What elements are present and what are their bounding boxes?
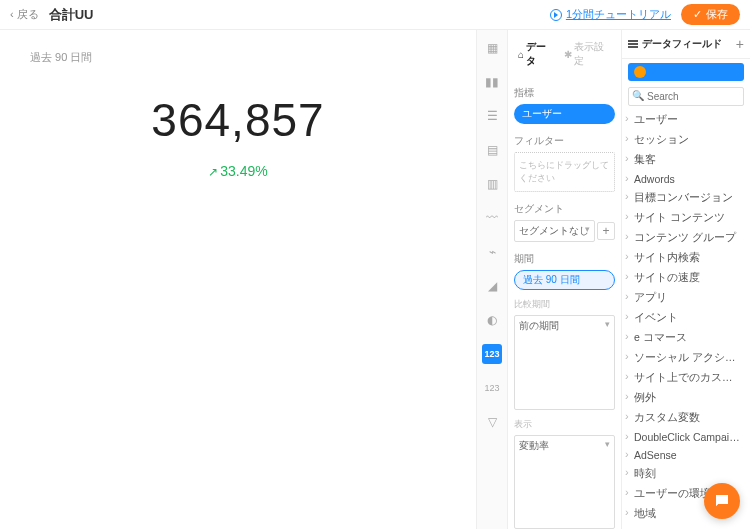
- metric-section-label: 指標: [514, 86, 615, 100]
- search-icon: 🔍: [632, 90, 644, 101]
- save-button[interactable]: ✓ 保存: [681, 4, 740, 25]
- tree-item[interactable]: 集客: [622, 150, 746, 170]
- tree-item[interactable]: AdSense: [622, 446, 746, 464]
- fields-header-label: データフィールド: [628, 37, 722, 51]
- number-dim-icon[interactable]: 123: [482, 378, 502, 398]
- tab-data[interactable]: ⌂ データ: [514, 36, 558, 72]
- period-label: 過去 90 日間: [30, 50, 446, 65]
- period-pill[interactable]: 過去 90 日間: [514, 270, 615, 290]
- chart-type-rail: ▦ ▮▮ ☰ ▤ ▥ 〰 ⌁ ◢ ◐ 123 123 ▽: [476, 30, 508, 529]
- hbars-icon[interactable]: ▤: [482, 140, 502, 160]
- tutorial-label: 1分間チュートリアル: [566, 7, 671, 22]
- tree-item[interactable]: 例外: [622, 388, 746, 408]
- home-icon: ⌂: [518, 49, 524, 60]
- tree-item[interactable]: DoubleClick Campaign ...: [622, 428, 746, 446]
- config-panel: ⌂ データ ✱ 表示設定 指標 ユーザー フィルター こちらにドラッグしてくださ…: [508, 30, 622, 529]
- bars3-icon[interactable]: ▥: [482, 174, 502, 194]
- spark-icon[interactable]: ⌁: [482, 242, 502, 262]
- tree-item[interactable]: コンテンツ グループ: [622, 228, 746, 248]
- filter-section-label: フィルター: [514, 134, 615, 148]
- metric-delta: ↗33.49%: [30, 163, 446, 179]
- tutorial-link[interactable]: 1分間チュートリアル: [550, 7, 671, 22]
- chat-button[interactable]: [704, 483, 740, 519]
- tree-item[interactable]: システム: [622, 524, 746, 529]
- funnel-icon[interactable]: ▽: [482, 412, 502, 432]
- tree-item[interactable]: ユーザー: [622, 110, 746, 130]
- search-input[interactable]: [628, 87, 744, 106]
- fields-panel: データフィールド + 🔍 ユーザーセッション集客Adwords目標コンバージョン…: [622, 30, 750, 529]
- segment-select[interactable]: セグメントなし: [514, 220, 595, 242]
- number-icon[interactable]: 123: [482, 344, 502, 364]
- fields-tree: ユーザーセッション集客Adwords目標コンバージョンサイト コンテンツコンテン…: [622, 110, 750, 529]
- tree-item[interactable]: 時刻: [622, 464, 746, 484]
- display-select[interactable]: 変動率: [514, 435, 615, 530]
- tree-item[interactable]: 目標コンバージョン: [622, 188, 746, 208]
- segment-section-label: セグメント: [514, 202, 615, 216]
- area-icon[interactable]: ◢: [482, 276, 502, 296]
- metric-pill[interactable]: ユーザー: [514, 104, 615, 124]
- filter-dropzone[interactable]: こちらにドラッグしてください: [514, 152, 615, 192]
- tree-item[interactable]: カスタム変数: [622, 408, 746, 428]
- tree-item[interactable]: サイト コンテンツ: [622, 208, 746, 228]
- add-field-button[interactable]: +: [736, 36, 744, 52]
- tree-item[interactable]: サイト上でのカスタム速度: [622, 368, 746, 388]
- tree-item[interactable]: アプリ: [622, 288, 746, 308]
- display-section-label: 表示: [514, 418, 615, 431]
- grid-icon[interactable]: ▦: [482, 38, 502, 58]
- compare-section-label: 比較期間: [514, 298, 615, 311]
- integration-pill[interactable]: [628, 63, 744, 81]
- play-icon: [550, 9, 562, 21]
- tab-display[interactable]: ✱ 表示設定: [560, 36, 615, 72]
- table-icon[interactable]: ☰: [482, 106, 502, 126]
- back-link[interactable]: ‹ 戻る: [10, 7, 39, 22]
- bars-icon[interactable]: ▮▮: [482, 72, 502, 92]
- integration-logo-icon: [634, 66, 646, 78]
- tree-item[interactable]: ソーシャル アクション: [622, 348, 746, 368]
- metric-value: 364,857: [30, 93, 446, 147]
- page-title: 合計UU: [49, 6, 94, 24]
- tree-item[interactable]: サイトの速度: [622, 268, 746, 288]
- widget-canvas: 過去 90 日間 364,857 ↗33.49%: [0, 30, 476, 529]
- tree-item[interactable]: e コマース: [622, 328, 746, 348]
- tree-item[interactable]: イベント: [622, 308, 746, 328]
- save-label: 保存: [706, 7, 728, 22]
- tree-item[interactable]: サイト内検索: [622, 248, 746, 268]
- segment-add-button[interactable]: +: [597, 222, 615, 240]
- period-section-label: 期間: [514, 252, 615, 266]
- line-icon[interactable]: 〰: [482, 208, 502, 228]
- check-icon: ✓: [693, 8, 702, 21]
- chat-icon: [713, 492, 731, 510]
- gear-icon: ✱: [564, 49, 572, 60]
- list-icon: [628, 39, 638, 50]
- tree-item[interactable]: Adwords: [622, 170, 746, 188]
- gauge-icon[interactable]: ◐: [482, 310, 502, 330]
- arrow-up-icon: ↗: [208, 165, 218, 179]
- compare-select[interactable]: 前の期間: [514, 315, 615, 410]
- tree-item[interactable]: セッション: [622, 130, 746, 150]
